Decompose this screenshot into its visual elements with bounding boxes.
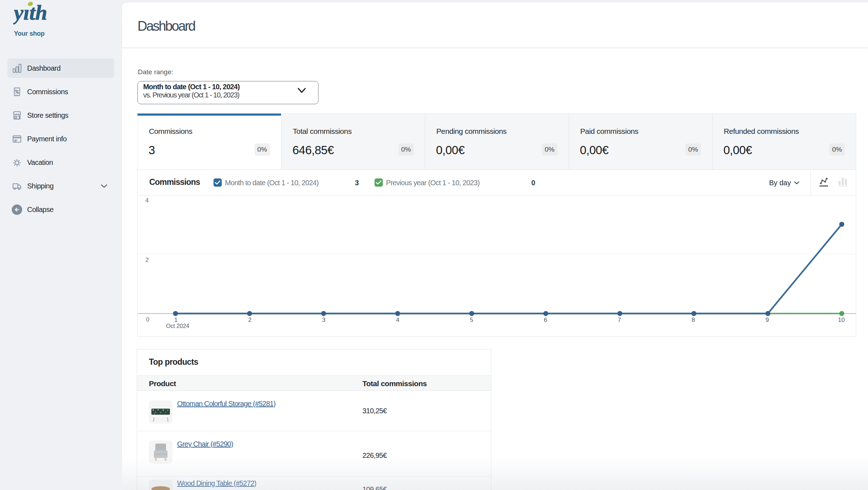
svg-text:5: 5	[470, 317, 473, 323]
svg-text:2: 2	[145, 257, 149, 263]
svg-text:4: 4	[396, 317, 399, 323]
svg-text:Oct 2024: Oct 2024	[166, 323, 189, 329]
svg-text:7: 7	[618, 317, 621, 323]
svg-text:4: 4	[145, 197, 149, 204]
svg-text:9: 9	[766, 317, 769, 323]
svg-text:3: 3	[322, 317, 325, 323]
svg-text:10: 10	[838, 317, 845, 323]
svg-text:0: 0	[146, 316, 149, 323]
svg-text:6: 6	[544, 317, 547, 323]
svg-text:1: 1	[174, 317, 177, 323]
svg-text:2: 2	[248, 317, 251, 323]
svg-text:8: 8	[692, 317, 695, 323]
